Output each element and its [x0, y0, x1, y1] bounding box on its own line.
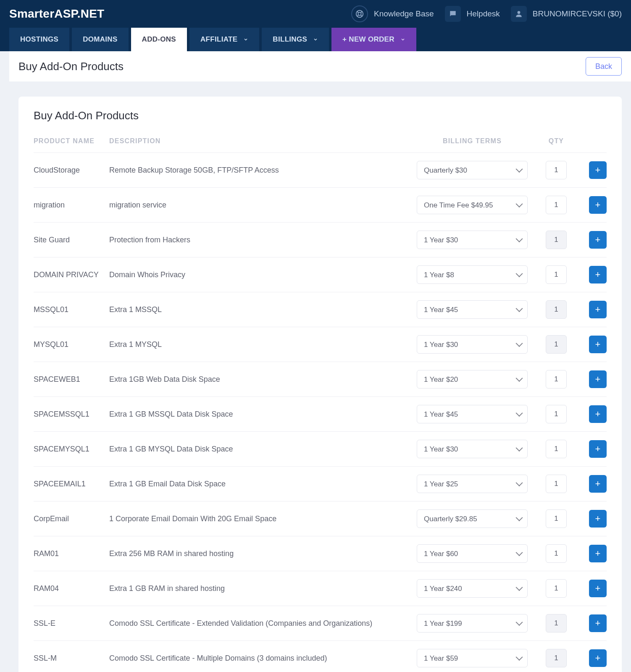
helpdesk-label: Helpdesk — [467, 9, 500, 18]
knowledge-base-link[interactable]: Knowledge Base — [351, 5, 434, 22]
product-description: Comodo SSL Certificate - Extended Valida… — [109, 606, 413, 641]
qty-input[interactable] — [546, 161, 567, 179]
product-description: Protection from Hackers — [109, 223, 413, 257]
add-button[interactable]: + — [589, 545, 607, 562]
table-row: RAM04Extra 1 GB RAM in shared hosting1 Y… — [34, 571, 607, 606]
product-description: Domain Whois Privacy — [109, 257, 413, 292]
chevron-down-icon — [400, 37, 405, 42]
billing-term-select[interactable]: 1 Year $45 — [417, 300, 528, 319]
addon-card: Buy Add-On Products PRODUCT NAME DESCRIP… — [18, 97, 622, 672]
qty-input[interactable] — [546, 265, 567, 284]
add-button[interactable]: + — [589, 580, 607, 597]
table-row: DOMAIN PRIVACYDomain Whois Privacy1 Year… — [34, 257, 607, 292]
svg-line-5 — [361, 11, 363, 13]
billing-term-select[interactable]: 1 Year $240 — [417, 579, 528, 598]
qty-input[interactable] — [546, 370, 567, 388]
table-row: SSL-EComodo SSL Certificate - Extended V… — [34, 606, 607, 641]
add-button[interactable]: + — [589, 475, 607, 493]
product-description: 1 Corporate Email Domain With 20G Email … — [109, 501, 413, 536]
add-button[interactable]: + — [589, 161, 607, 179]
product-description: Extra 1GB Web Data Disk Space — [109, 362, 413, 397]
billing-term-select[interactable]: 1 Year $8 — [417, 265, 528, 284]
billing-term-select[interactable]: 1 Year $30 — [417, 335, 528, 354]
product-description: Extra 1 GB MSSQL Data Disk Space — [109, 397, 413, 432]
svg-line-4 — [357, 15, 359, 17]
qty-input[interactable] — [546, 196, 567, 214]
table-row: Site GuardProtection from Hackers1 Year … — [34, 223, 607, 257]
billing-term-select[interactable]: 1 Year $45 — [417, 405, 528, 423]
brand-logo[interactable]: SmarterASP.NET — [9, 7, 104, 21]
qty-input — [546, 614, 567, 633]
tab-new-order[interactable]: + NEW ORDER — [331, 28, 416, 51]
billing-term-select[interactable]: One Time Fee $49.95 — [417, 196, 528, 214]
product-name: SPACEEMAIL1 — [34, 467, 109, 501]
tab-affiliate[interactable]: AFFILIATE — [189, 28, 259, 51]
tab-billings[interactable]: BILLINGS — [262, 28, 329, 51]
billing-term-select[interactable]: 1 Year $59 — [417, 649, 528, 667]
product-name: SSL-E — [34, 606, 109, 641]
main-tabs: HOSTINGS DOMAINS ADD-ONS AFFILIATE BILLI… — [0, 28, 631, 51]
qty-input[interactable] — [546, 509, 567, 528]
product-description: migration service — [109, 188, 413, 223]
product-name: SPACEMYSQL1 — [34, 432, 109, 467]
add-button[interactable]: + — [589, 266, 607, 284]
chevron-down-icon — [313, 37, 318, 42]
product-name: CorpEmail — [34, 501, 109, 536]
user-label: BRUNOMIRCEVSKI ($0) — [533, 9, 622, 18]
life-ring-icon — [351, 5, 368, 22]
add-button[interactable]: + — [589, 405, 607, 423]
add-button[interactable]: + — [589, 440, 607, 458]
add-button[interactable]: + — [589, 510, 607, 528]
billing-term-select[interactable]: 1 Year $20 — [417, 370, 528, 388]
content: Buy Add-On Products PRODUCT NAME DESCRIP… — [9, 81, 631, 672]
tab-hostings[interactable]: HOSTINGS — [9, 28, 69, 51]
table-row: CloudStorageRemote Backup Storage 50GB, … — [34, 153, 607, 188]
billing-term-select[interactable]: 1 Year $60 — [417, 544, 528, 563]
col-description: DESCRIPTION — [109, 137, 413, 153]
col-billing-terms: BILLING TERMS — [413, 137, 531, 153]
qty-input[interactable] — [546, 475, 567, 493]
table-row: SPACEEMAIL1Extra 1 GB Email Data Disk Sp… — [34, 467, 607, 501]
helpdesk-link[interactable]: Helpdesk — [445, 6, 500, 22]
product-name: SSL-M — [34, 641, 109, 672]
qty-input[interactable] — [546, 440, 567, 458]
product-name: SPACEWEB1 — [34, 362, 109, 397]
product-description: Comodo SSL Certificate - Multiple Domain… — [109, 641, 413, 672]
add-button[interactable]: + — [589, 370, 607, 388]
billing-term-select[interactable]: 1 Year $30 — [417, 231, 528, 249]
addon-table: PRODUCT NAME DESCRIPTION BILLING TERMS Q… — [34, 137, 607, 672]
tab-addons[interactable]: ADD-ONS — [131, 28, 187, 51]
add-button[interactable]: + — [589, 231, 607, 249]
billing-term-select[interactable]: Quarterly $30 — [417, 161, 528, 179]
product-name: RAM01 — [34, 536, 109, 571]
user-icon — [511, 6, 527, 22]
billing-term-select[interactable]: 1 Year $30 — [417, 440, 528, 458]
add-button[interactable]: + — [589, 336, 607, 353]
back-button[interactable]: Back — [586, 57, 622, 76]
chat-icon — [445, 6, 461, 22]
add-button[interactable]: + — [589, 649, 607, 667]
qty-input[interactable] — [546, 405, 567, 423]
tab-domains[interactable]: DOMAINS — [72, 28, 128, 51]
tab-billings-label: BILLINGS — [273, 35, 307, 44]
topbar-right: Knowledge Base Helpdesk BRUNOMIRCEVSKI (… — [351, 5, 622, 22]
billing-term-select[interactable]: 1 Year $199 — [417, 614, 528, 633]
user-menu[interactable]: BRUNOMIRCEVSKI ($0) — [511, 6, 622, 22]
billing-term-select[interactable]: 1 Year $25 — [417, 475, 528, 493]
add-button[interactable]: + — [589, 301, 607, 318]
qty-input — [546, 231, 567, 249]
table-row: SSL-MComodo SSL Certificate - Multiple D… — [34, 641, 607, 672]
col-qty: QTY — [531, 137, 581, 153]
qty-input — [546, 649, 567, 667]
add-button[interactable]: + — [589, 614, 607, 632]
product-name: DOMAIN PRIVACY — [34, 257, 109, 292]
qty-input[interactable] — [546, 544, 567, 563]
billing-term-select[interactable]: Quarterly $29.85 — [417, 509, 528, 528]
page-header: Buy Add-On Products Back — [9, 51, 631, 81]
table-row: SPACEMYSQL1Extra 1 GB MYSQL Data Disk Sp… — [34, 432, 607, 467]
product-name: SPACEMSSQL1 — [34, 397, 109, 432]
qty-input[interactable] — [546, 579, 567, 598]
add-button[interactable]: + — [589, 196, 607, 214]
table-row: MSSQL01Extra 1 MSSQL1 Year $45+ — [34, 292, 607, 327]
table-row: CorpEmail1 Corporate Email Domain With 2… — [34, 501, 607, 536]
